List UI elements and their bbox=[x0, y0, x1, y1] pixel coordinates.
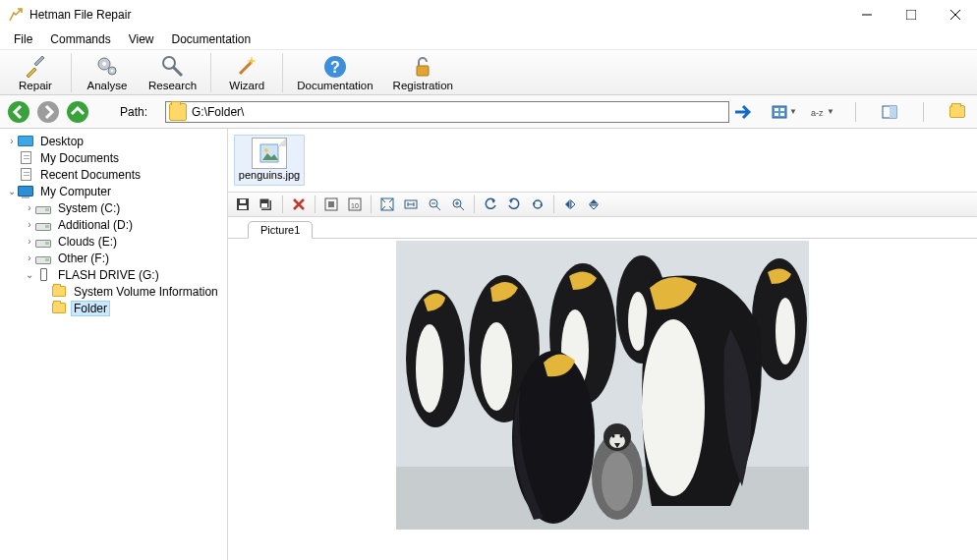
svg-point-58 bbox=[642, 319, 705, 496]
svg-point-7 bbox=[111, 69, 114, 72]
flip-vertical-icon[interactable] bbox=[583, 195, 604, 214]
image-preview bbox=[228, 239, 977, 560]
zoom-out-icon[interactable] bbox=[424, 195, 445, 214]
toolbar-research[interactable]: Research bbox=[139, 52, 206, 93]
file-item[interactable]: penguins.jpg bbox=[234, 135, 305, 186]
tree-sysvolinfo[interactable]: System Volume Information bbox=[0, 283, 227, 300]
save-icon[interactable] bbox=[232, 195, 254, 214]
menu-documentation[interactable]: Documentation bbox=[164, 30, 259, 48]
app-icon bbox=[8, 7, 24, 23]
toolbar-repair[interactable]: Repair bbox=[4, 52, 67, 93]
svg-point-16 bbox=[67, 101, 88, 123]
toolbar-analyse[interactable]: Analyse bbox=[76, 52, 139, 93]
tree-mycomputer[interactable]: ⌄My Computer bbox=[0, 183, 227, 199]
toolbar-documentation[interactable]: ? Documentation bbox=[287, 52, 382, 93]
padlock-icon bbox=[410, 54, 435, 80]
zoom-in-icon[interactable] bbox=[447, 195, 469, 214]
usb-drive-icon bbox=[40, 268, 47, 281]
tree-recent[interactable]: Recent Documents bbox=[0, 166, 227, 183]
sort-button[interactable]: a-z▼ bbox=[808, 101, 835, 123]
magnifier-wrench-icon bbox=[160, 54, 186, 80]
svg-rect-20 bbox=[775, 113, 778, 116]
tree-drive-c[interactable]: ›System (C:) bbox=[0, 199, 227, 216]
toolbar-wizard-label: Wizard bbox=[229, 80, 264, 91]
document-icon bbox=[21, 151, 31, 164]
up-button[interactable] bbox=[65, 99, 90, 125]
document-icon bbox=[21, 168, 31, 181]
view-mode-button[interactable]: ▼ bbox=[771, 101, 798, 123]
svg-text:10: 10 bbox=[351, 202, 359, 209]
toolbar-repair-label: Repair bbox=[19, 80, 52, 91]
menu-view[interactable]: View bbox=[121, 30, 162, 48]
menu-file[interactable]: File bbox=[6, 30, 40, 48]
image-file-icon bbox=[252, 138, 287, 169]
minimize-button[interactable] bbox=[844, 0, 889, 29]
svg-point-26 bbox=[264, 148, 268, 152]
wrench-screwdriver-icon bbox=[23, 54, 48, 80]
drive-icon bbox=[35, 240, 51, 248]
drive-icon bbox=[35, 206, 51, 214]
preview-panel-button[interactable] bbox=[876, 101, 903, 123]
file-name: penguins.jpg bbox=[239, 169, 300, 181]
toolbar-registration[interactable]: Registration bbox=[383, 52, 463, 93]
svg-point-51 bbox=[481, 322, 512, 411]
path-label: Path: bbox=[120, 105, 147, 119]
svg-rect-32 bbox=[261, 203, 267, 207]
toolbar-separator bbox=[282, 53, 283, 92]
drive-icon bbox=[35, 256, 51, 264]
folder-tree[interactable]: ›Desktop My Documents Recent Documents ⌄… bbox=[0, 129, 228, 560]
maximize-button[interactable] bbox=[889, 0, 933, 29]
folder-icon bbox=[52, 286, 66, 297]
computer-icon bbox=[18, 186, 33, 196]
svg-point-15 bbox=[37, 101, 59, 123]
preview-toolbar: 10 bbox=[228, 192, 977, 217]
tree-drive-d[interactable]: ›Additional (D:) bbox=[0, 216, 227, 233]
actual-size-icon[interactable] bbox=[320, 195, 342, 214]
svg-line-9 bbox=[173, 67, 182, 76]
svg-line-43 bbox=[460, 206, 464, 210]
folder-up-button[interactable] bbox=[944, 101, 971, 123]
svg-point-65 bbox=[512, 351, 595, 524]
svg-line-40 bbox=[436, 206, 440, 210]
svg-rect-29 bbox=[240, 199, 246, 203]
toolbar-research-label: Research bbox=[148, 80, 197, 91]
fullscreen-icon[interactable] bbox=[376, 195, 398, 214]
penguins-photo bbox=[396, 241, 809, 530]
fit-window-icon[interactable] bbox=[400, 195, 422, 214]
rotate-left-icon[interactable] bbox=[480, 195, 501, 214]
toolbar-separator bbox=[71, 53, 72, 92]
preview-tab[interactable]: Picture1 bbox=[248, 221, 313, 239]
go-button[interactable] bbox=[733, 101, 755, 123]
nav-separator bbox=[855, 102, 856, 122]
toolbar-registration-label: Registration bbox=[393, 80, 453, 91]
flip-horizontal-icon[interactable] bbox=[559, 195, 581, 214]
rotate-180-icon[interactable] bbox=[527, 195, 548, 214]
delete-icon[interactable] bbox=[288, 195, 310, 214]
svg-rect-18 bbox=[775, 108, 778, 111]
tree-mydocuments[interactable]: My Documents bbox=[0, 149, 227, 166]
toolbar-documentation-label: Documentation bbox=[297, 80, 373, 91]
save-all-icon[interactable] bbox=[256, 195, 277, 214]
fit-icon[interactable]: 10 bbox=[344, 195, 366, 214]
path-bar: Path: ▼ a-z▼ bbox=[0, 95, 977, 129]
tree-drive-g[interactable]: ⌄FLASH DRIVE (G:) bbox=[0, 266, 227, 283]
tree-desktop[interactable]: ›Desktop bbox=[0, 133, 227, 149]
svg-rect-17 bbox=[773, 106, 786, 118]
svg-rect-19 bbox=[780, 108, 784, 111]
forward-button[interactable] bbox=[35, 99, 61, 125]
menu-commands[interactable]: Commands bbox=[42, 30, 118, 48]
gears-icon bbox=[94, 54, 120, 80]
folder-icon bbox=[169, 103, 187, 121]
rotate-right-icon[interactable] bbox=[503, 195, 525, 214]
toolbar-wizard[interactable]: Wizard bbox=[215, 52, 278, 93]
svg-rect-34 bbox=[328, 201, 334, 207]
close-button[interactable] bbox=[933, 0, 977, 29]
path-input[interactable] bbox=[165, 101, 729, 123]
tree-folder[interactable]: Folder bbox=[0, 300, 227, 316]
file-list[interactable]: penguins.jpg bbox=[228, 129, 977, 192]
tree-drive-e[interactable]: ›Clouds (E:) bbox=[0, 233, 227, 250]
back-button[interactable] bbox=[6, 99, 31, 125]
tree-drive-f[interactable]: ›Other (F:) bbox=[0, 250, 227, 266]
help-icon: ? bbox=[322, 54, 348, 80]
svg-rect-1 bbox=[906, 10, 916, 20]
